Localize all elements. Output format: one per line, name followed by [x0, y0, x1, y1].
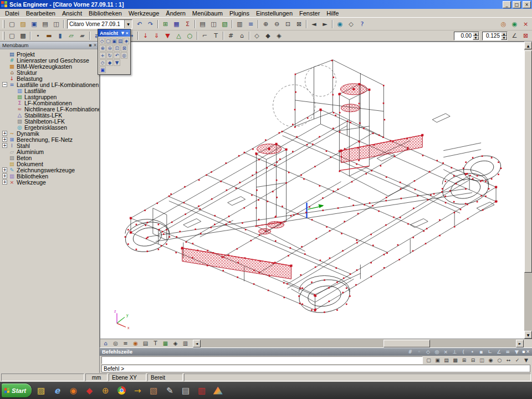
text-icon[interactable]: T	[211, 31, 221, 40]
close-button[interactable]: ×	[523, 1, 531, 8]
snap-midpoint-icon[interactable]: ◇	[424, 349, 432, 355]
perspective-icon[interactable]: ◈	[274, 31, 284, 40]
menu-einstellungen[interactable]: Einstellungen	[253, 9, 296, 17]
ucs-icon[interactable]: ⌂	[237, 31, 247, 40]
combo-dropdown-icon[interactable]: ▼	[124, 20, 132, 28]
previous-view-icon[interactable]: ↶	[114, 52, 120, 59]
start-button[interactable]: Start	[2, 383, 32, 397]
collapse-icon[interactable]: −	[2, 82, 7, 87]
taskbar-section-doc-icon[interactable]: ▤	[178, 383, 193, 398]
activity-icon[interactable]: ◎	[498, 19, 509, 29]
sidebar-close-icon[interactable]: ×	[93, 43, 97, 48]
visibility-icon[interactable]: ◉	[509, 19, 520, 29]
sidebar-item-struktur[interactable]: ⌂Struktur	[1, 69, 99, 75]
open-project-icon[interactable]: ▨	[18, 19, 28, 29]
beam-icon[interactable]: ▬	[44, 31, 54, 40]
zoom-window-icon[interactable]: ⊡	[283, 19, 293, 29]
snap-grid-icon[interactable]: #	[406, 349, 415, 355]
zoom-out-icon[interactable]: ⊖	[106, 45, 113, 52]
menu-bearbeiten[interactable]: Bearbeiten	[23, 9, 59, 17]
zoom-all-icon[interactable]: ⊠	[294, 19, 304, 29]
sidebar-item-stahlbeton-lfk[interactable]: ▧Stahlbeton-LFK	[1, 118, 99, 124]
expand-icon[interactable]: +	[2, 180, 7, 185]
spinner-up-icon[interactable]: ▲	[501, 32, 507, 36]
taskbar-scia-doc-icon[interactable]: ▥	[195, 383, 209, 398]
scroll-right-icon[interactable]: ►	[516, 340, 524, 347]
add-selection-icon[interactable]: ⊞	[460, 356, 468, 364]
print-icon[interactable]: ▤	[40, 19, 50, 29]
column-icon[interactable]: ▮	[55, 31, 65, 40]
sidebar-item-bibliotheken[interactable]: +▥Bibliotheken	[1, 173, 99, 179]
node-icon[interactable]: •	[33, 31, 43, 40]
view-x-icon[interactable]: ▢	[105, 38, 111, 44]
new-project-icon[interactable]: ▢	[7, 19, 17, 29]
toolbar-grip[interactable]	[3, 20, 4, 28]
sidebar-item-linienraster-und-geschosse[interactable]: #Linienraster und Geschosse	[1, 57, 99, 63]
invert-selection-icon[interactable]: ◫	[478, 356, 486, 364]
menu-hilfe[interactable]: Hilfe	[323, 9, 342, 17]
taskbar-cross-section-icon[interactable]: ▧	[146, 383, 161, 398]
expand-icon[interactable]: +	[2, 143, 7, 148]
viewport-params-icon[interactable]: ▥	[181, 340, 190, 347]
menu-bibliotheken[interactable]: Bibliotheken	[85, 9, 125, 17]
snap-node-icon[interactable]: ▪	[477, 349, 485, 355]
previous-selection-icon[interactable]: ↔	[504, 356, 513, 364]
taskbar-folder-icon[interactable]: ▨	[34, 383, 48, 398]
snap-intersection-icon[interactable]: ×	[442, 349, 450, 355]
results-icon[interactable]: Σ	[182, 19, 193, 29]
plate-icon[interactable]: ▱	[66, 31, 76, 40]
sidebar-item-beton[interactable]: ▨Beton	[1, 155, 99, 161]
view-y-icon[interactable]: ▣	[111, 38, 117, 44]
sidebar-item-stabilitäts-lfk[interactable]: △Stabilitäts-LFK	[1, 112, 99, 118]
sidebar-item-lastfälle-und-lf-kombinationen[interactable]: −≡Lastfälle und LF-Kombinationen	[1, 81, 99, 88]
document-icon[interactable]: ▤	[197, 19, 208, 29]
view-settings-icon[interactable]: ◇	[346, 19, 356, 29]
sidebar-item-zeichnungswerkzeuge[interactable]: +✎Zeichnungswerkzeuge	[1, 167, 99, 173]
viewport-labels-icon[interactable]: T	[151, 340, 160, 347]
undo-icon[interactable]: ↶	[134, 19, 145, 29]
menu-fenster[interactable]: Fenster	[296, 9, 323, 17]
sidebar-item-aluminium[interactable]: ▱Aluminium	[1, 149, 99, 155]
command-history[interactable]	[101, 356, 423, 365]
fe-mesh-icon[interactable]: ▦	[171, 19, 182, 29]
wall-icon[interactable]: ▰	[77, 31, 88, 40]
angle-constraint-icon[interactable]: ∠	[509, 31, 520, 40]
shaded-icon[interactable]: ◆	[263, 31, 273, 40]
spinner-down-icon[interactable]: ▼	[501, 36, 507, 40]
lock-icon[interactable]: ⊠	[520, 31, 531, 40]
pan-icon[interactable]: +	[99, 52, 106, 59]
snap-endpoint-icon[interactable]: ◦	[415, 349, 423, 355]
select-poly-icon[interactable]: ▤	[442, 356, 451, 364]
menu-datei[interactable]: Datei	[2, 9, 23, 17]
sidebar-item-nichtlineare-lf-kombinationen[interactable]: ≈Nichtlineare LF-Kombinationen	[1, 106, 99, 112]
horizontal-scroll-track[interactable]	[201, 340, 516, 347]
remove-selection-icon[interactable]: ⊟	[469, 356, 477, 364]
view-toolbar-dropdown-icon[interactable]: ▼	[121, 31, 124, 35]
sidebar-item-bim-werkzeugkasten[interactable]: ▦BIM-Werkzeugkasten	[1, 63, 99, 69]
snap-perpendicular-icon[interactable]: ⊥	[451, 349, 459, 355]
sidebar-item-berechnung-fe-netz[interactable]: +⊞Berechnung, FE-Netz	[1, 136, 99, 142]
wireframe-icon[interactable]: ◇	[252, 31, 262, 40]
zoom-in-icon[interactable]: ⊕	[260, 19, 271, 29]
line-load-icon[interactable]: ⇓	[151, 31, 162, 40]
light-icon[interactable]: ◎	[121, 52, 127, 59]
maximize-button[interactable]: □	[513, 1, 521, 8]
snap-ortho-icon[interactable]: ∟	[486, 349, 494, 355]
zoom-in-icon[interactable]: ⊕	[99, 45, 106, 52]
select-single-icon[interactable]: ▢	[424, 356, 433, 364]
sidebar-item-lastgruppen[interactable]: ▤Lastgruppen	[1, 94, 99, 100]
taskbar-media-player-icon[interactable]: ◉	[66, 383, 80, 398]
redo-icon[interactable]: ↷	[145, 19, 156, 29]
shaded-mode-icon[interactable]: ◆	[106, 59, 113, 66]
select-rect-icon[interactable]: ▣	[433, 356, 442, 364]
view-toolbar-close-icon[interactable]: ×	[125, 31, 129, 35]
view-manager-icon[interactable]: ▣	[99, 66, 106, 73]
deselect-icon[interactable]: ○	[495, 356, 504, 364]
scroll-up-icon[interactable]: ▲	[524, 42, 532, 49]
view-settings-icon[interactable]: ▼	[114, 59, 120, 66]
menu-ansicht[interactable]: Ansicht	[59, 9, 85, 17]
sidebar-item-ergebnisklassen[interactable]: ◎Ergebnisklassen	[1, 124, 99, 130]
viewport-volumes-icon[interactable]: ◈	[171, 340, 180, 347]
scroll-left-icon[interactable]: ◄	[193, 340, 201, 347]
select-by-property-icon[interactable]: ◉	[487, 356, 495, 364]
